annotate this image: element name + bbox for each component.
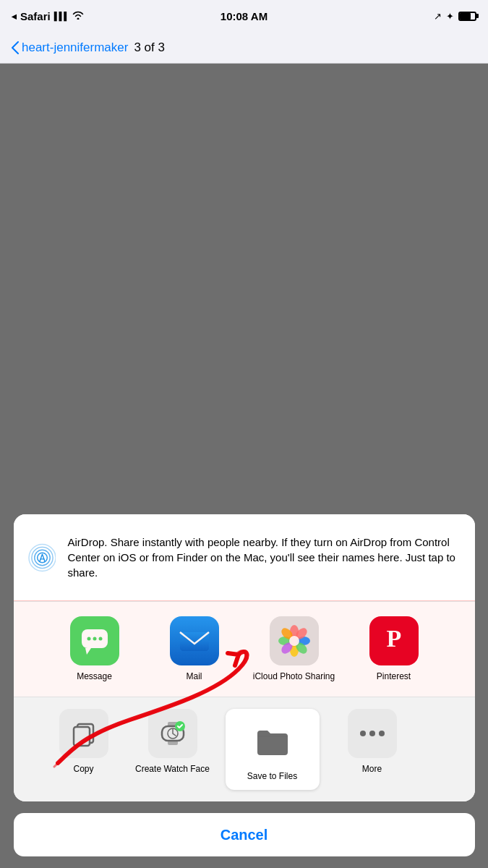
copy-icon bbox=[59, 709, 108, 758]
wifi-icon bbox=[72, 10, 84, 22]
folder-icon bbox=[248, 716, 297, 765]
more-icon bbox=[348, 709, 397, 758]
icloud-label: iCloud Photo Sharing bbox=[253, 671, 335, 683]
svg-point-8 bbox=[98, 637, 102, 640]
copy-label: Copy bbox=[73, 764, 93, 775]
dot2 bbox=[369, 731, 375, 736]
action-item-more[interactable]: More bbox=[325, 709, 419, 790]
pinterest-label: Pinterest bbox=[377, 671, 411, 683]
mail-label: Mail bbox=[186, 671, 202, 683]
action-item-save-to-files[interactable]: Save to Files bbox=[226, 709, 320, 790]
more-dots bbox=[360, 731, 385, 736]
status-right: ↗ ✦ bbox=[434, 11, 476, 22]
icloud-icon bbox=[270, 616, 319, 665]
svg-point-7 bbox=[93, 637, 96, 640]
create-watch-face-label: Create Watch Face bbox=[135, 764, 210, 775]
action-item-create-watch-face[interactable]: Create Watch Face bbox=[126, 709, 220, 790]
actions-section: Copy bbox=[14, 697, 475, 801]
airdrop-icon bbox=[28, 529, 56, 587]
back-button[interactable]: heart-jennifermaker bbox=[12, 41, 128, 55]
message-label: Message bbox=[77, 671, 112, 683]
share-sheet: AirDrop. Share instantly with people nea… bbox=[14, 514, 475, 801]
svg-point-0 bbox=[28, 544, 55, 571]
save-to-files-label: Save to Files bbox=[247, 771, 297, 783]
back-label: heart-jennifermaker bbox=[22, 41, 128, 55]
dot1 bbox=[360, 731, 366, 736]
svg-point-20 bbox=[289, 636, 299, 646]
main-content: AirDrop. Share instantly with people nea… bbox=[0, 64, 488, 868]
svg-marker-5 bbox=[85, 648, 91, 655]
app-item-icloud[interactable]: iCloud Photo Sharing bbox=[247, 616, 341, 683]
airdrop-description: AirDrop. Share instantly with people nea… bbox=[67, 535, 460, 580]
svg-point-6 bbox=[87, 637, 90, 640]
nav-title: 3 of 3 bbox=[134, 41, 165, 55]
signal-bars: ▌▌▌ bbox=[54, 12, 69, 20]
app-name: Safari bbox=[20, 10, 51, 22]
status-left: ◂ Safari ▌▌▌ bbox=[12, 10, 84, 22]
cancel-label: Cancel bbox=[221, 827, 268, 843]
app-item-mail[interactable]: Mail bbox=[147, 616, 241, 683]
apps-row: Message bbox=[21, 616, 468, 683]
svg-text:P: P bbox=[386, 625, 401, 652]
svg-rect-23 bbox=[74, 727, 90, 746]
airdrop-section: AirDrop. Share instantly with people nea… bbox=[14, 514, 475, 602]
watch-icon bbox=[148, 709, 197, 758]
back-icon: ◂ bbox=[12, 11, 17, 22]
status-bar: ◂ Safari ▌▌▌ 10:08 AM ↗ ✦ bbox=[0, 0, 488, 32]
pinterest-icon: P bbox=[369, 616, 419, 665]
status-time: 10:08 AM bbox=[221, 10, 267, 22]
apps-section: Message bbox=[14, 602, 475, 698]
more-label: More bbox=[362, 764, 382, 775]
bluetooth-icon: ✦ bbox=[446, 11, 454, 22]
app-item-message[interactable]: Message bbox=[48, 616, 142, 683]
cancel-button[interactable]: Cancel bbox=[14, 813, 475, 856]
action-item-copy[interactable]: Copy bbox=[48, 709, 120, 790]
message-icon bbox=[70, 616, 119, 665]
mail-icon bbox=[170, 616, 219, 665]
location-icon: ↗ bbox=[434, 11, 442, 22]
battery-fill bbox=[460, 13, 471, 20]
app-item-pinterest[interactable]: P Pinterest bbox=[347, 616, 441, 683]
dot3 bbox=[379, 731, 385, 736]
nav-bar: heart-jennifermaker 3 of 3 bbox=[0, 32, 488, 64]
battery-icon bbox=[458, 12, 476, 21]
